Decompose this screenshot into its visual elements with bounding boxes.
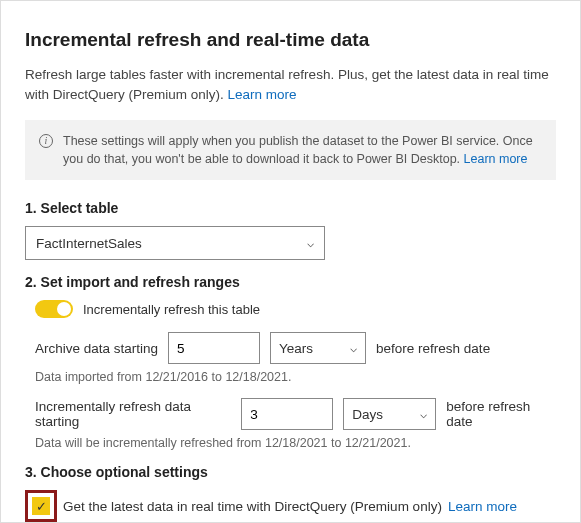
realtime-label: Get the latest data in real time with Di… xyxy=(63,499,442,514)
section-2-label: 2. Set import and refresh ranges xyxy=(25,274,556,290)
realtime-checkbox[interactable]: ✓ xyxy=(32,497,50,515)
info-banner-body: These settings will apply when you publi… xyxy=(63,134,533,166)
chevron-down-icon: ⌵ xyxy=(420,407,427,421)
info-learn-more-link[interactable]: Learn more xyxy=(464,152,528,166)
realtime-learn-more-link[interactable]: Learn more xyxy=(448,499,517,514)
chevron-down-icon: ⌵ xyxy=(307,236,314,250)
refresh-unit-value: Days xyxy=(352,407,383,422)
refresh-value-input[interactable] xyxy=(241,398,333,430)
chevron-down-icon: ⌵ xyxy=(350,341,357,355)
refresh-prefix: Incrementally refresh data starting xyxy=(35,399,231,429)
table-select[interactable]: FactInternetSales ⌵ xyxy=(25,226,325,260)
description-text: Refresh large tables faster with increme… xyxy=(25,65,556,104)
incremental-refresh-toggle[interactable] xyxy=(35,300,73,318)
info-banner-text: These settings will apply when you publi… xyxy=(63,132,542,168)
info-icon: i xyxy=(39,134,53,148)
archive-suffix: before refresh date xyxy=(376,341,490,356)
archive-value-input[interactable] xyxy=(168,332,260,364)
archive-unit-select[interactable]: Years ⌵ xyxy=(270,332,366,364)
section-3-label: 3. Choose optional settings xyxy=(25,464,556,480)
table-select-value: FactInternetSales xyxy=(36,236,142,251)
refresh-unit-select[interactable]: Days ⌵ xyxy=(343,398,436,430)
refresh-suffix: before refresh date xyxy=(446,399,556,429)
incremental-refresh-dialog: Incremental refresh and real-time data R… xyxy=(0,0,581,523)
archive-unit-value: Years xyxy=(279,341,313,356)
refresh-hint: Data will be incrementally refreshed fro… xyxy=(35,436,556,450)
toggle-label: Incrementally refresh this table xyxy=(83,302,260,317)
info-banner: i These settings will apply when you pub… xyxy=(25,120,556,180)
learn-more-link[interactable]: Learn more xyxy=(228,87,297,102)
page-title: Incremental refresh and real-time data xyxy=(25,29,556,51)
archive-hint: Data imported from 12/21/2016 to 12/18/2… xyxy=(35,370,556,384)
checkbox-highlight: ✓ xyxy=(25,490,57,522)
section-1-label: 1. Select table xyxy=(25,200,556,216)
archive-prefix: Archive data starting xyxy=(35,341,158,356)
